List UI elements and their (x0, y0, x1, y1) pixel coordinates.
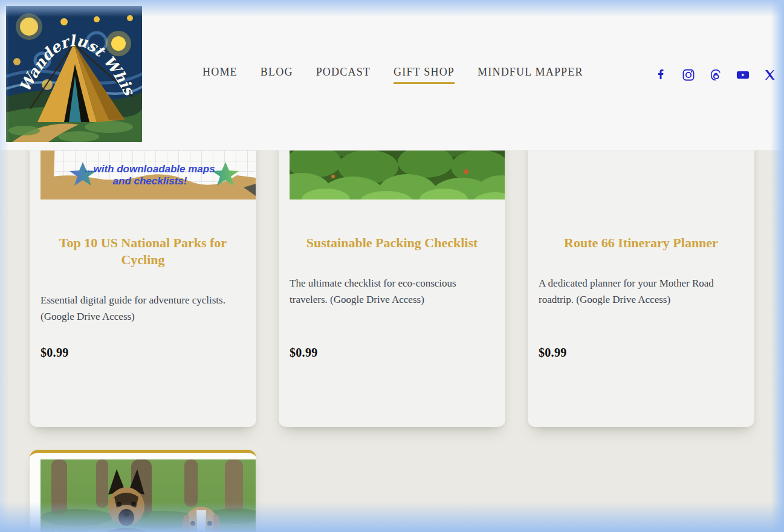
product-image-dogs[interactable] (40, 459, 256, 532)
nav-blog[interactable]: BLOG (261, 66, 293, 84)
x-icon[interactable] (763, 68, 777, 82)
svg-text:and checklists!: and checklists! (113, 175, 187, 187)
facebook-icon[interactable] (655, 68, 668, 82)
nav-mindful-mapper[interactable]: MINDFUL MAPPER (478, 66, 583, 84)
product-title[interactable]: Sustainable Packing Checklist (297, 235, 487, 251)
product-description: The ultimate checklist for eco-conscious… (290, 275, 494, 308)
product-price: $0.99 (539, 346, 567, 360)
product-title[interactable]: Top 10 US National Parks for Cycling (48, 235, 238, 268)
nav-gift-shop[interactable]: GIFT SHOP (394, 66, 455, 84)
threads-icon[interactable] (709, 68, 722, 82)
wanderlust-whispers-logo-image: Wanderlust Whispers (6, 6, 142, 142)
product-title[interactable]: Route 66 Itinerary Planner (546, 235, 736, 251)
product-description: A dedicated planner for your Mother Road… (539, 275, 744, 308)
site-header: Wanderlust Whispers HOME BLOG PODCAST GI… (0, 0, 784, 151)
product-description: Essential digital guide for adventure cy… (40, 292, 245, 325)
product-grid: ...with downloadable maps and checklists… (30, 89, 754, 532)
svg-text:...with downloadable maps: ...with downloadable maps (85, 163, 215, 175)
product-price: $0.99 (290, 346, 318, 360)
nav-podcast[interactable]: PODCAST (316, 66, 371, 84)
instagram-icon[interactable] (682, 68, 695, 82)
main-nav: HOME BLOG PODCAST GIFT SHOP MINDFUL MAPP… (202, 0, 583, 150)
social-links (655, 0, 777, 150)
nav-home[interactable]: HOME (202, 66, 238, 84)
product-card-featured[interactable] (30, 450, 256, 532)
site-logo[interactable]: Wanderlust Whispers (6, 6, 142, 142)
two-dogs-in-park-image (40, 459, 256, 532)
product-price: $0.99 (40, 346, 69, 360)
youtube-icon[interactable] (736, 68, 750, 82)
